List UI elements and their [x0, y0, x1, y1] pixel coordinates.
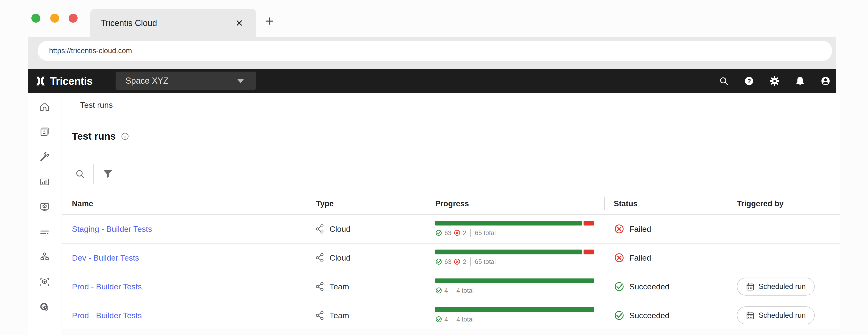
space-selector-label: Space XYZ: [125, 76, 168, 86]
progress-passed-segment: [435, 221, 582, 226]
type-label: Cloud: [330, 224, 350, 234]
status-label: Succeeded: [629, 311, 670, 320]
header-divider: [426, 197, 426, 210]
progress-cell: 63 2 65 total: [435, 250, 594, 266]
scheduled-run-button[interactable]: Scheduled run: [737, 306, 815, 324]
total-count: 65 total: [475, 229, 496, 236]
stats-divider: [470, 229, 471, 237]
share-icon: [315, 281, 325, 292]
passed-count: 4: [444, 287, 448, 294]
header-divider: [307, 197, 307, 210]
table-row[interactable]: Prod - Builder Tests Team: [62, 272, 840, 301]
browser-toolbar: https://tricentis-cloud.com: [28, 37, 836, 69]
notifications-icon[interactable]: [795, 76, 805, 86]
calendar-icon: [746, 282, 755, 291]
sidebar-item-test-cases[interactable]: [39, 126, 50, 138]
failed-icon: [614, 252, 625, 263]
url-bar[interactable]: https://tricentis-cloud.com: [38, 40, 832, 61]
traffic-light-green[interactable]: [31, 14, 40, 23]
failed-count: 2: [463, 229, 466, 236]
succeeded-icon: [614, 310, 625, 321]
passed-check-icon: [435, 258, 442, 265]
new-tab-icon[interactable]: +: [266, 12, 274, 29]
scheduled-run-button[interactable]: Scheduled run: [737, 278, 815, 296]
progress-cell: 63 2 65 total: [435, 221, 594, 237]
table-toolbar: [62, 156, 840, 193]
sidebar-item-hierarchy[interactable]: [39, 251, 50, 263]
passed-count: 4: [444, 316, 448, 323]
progress-passed-segment: [435, 307, 594, 312]
toolbar-divider: [93, 164, 94, 184]
account-icon[interactable]: [820, 76, 831, 86]
sidebar-item-test-runs[interactable]: [39, 226, 50, 238]
progress-cell: 4 4 total: [435, 279, 594, 295]
table-row[interactable]: Dev - Builder Tests Cloud: [62, 244, 840, 272]
sidebar-item-cube-focus[interactable]: [39, 276, 50, 288]
passed-check-icon: [435, 229, 442, 236]
brand-name: Tricentis: [50, 75, 92, 87]
search-icon[interactable]: [75, 169, 85, 179]
column-header-progress: Progress: [435, 199, 469, 208]
sidebar-item-execution[interactable]: [39, 201, 50, 213]
test-run-link[interactable]: Prod - Builder Tests: [72, 311, 142, 320]
space-selector[interactable]: Space XYZ: [116, 72, 256, 90]
scheduled-run-label: Scheduled run: [758, 282, 806, 291]
total-count: 4 total: [456, 316, 474, 323]
status-label: Failed: [629, 253, 651, 262]
close-tab-icon[interactable]: ✕: [235, 18, 243, 29]
traffic-light-orange[interactable]: [50, 14, 59, 23]
table-header: Name Type Progress Status Triggered by: [62, 193, 840, 215]
succeeded-icon: [614, 281, 625, 292]
tab-title: Tricentis Cloud: [101, 18, 157, 28]
column-header-name: Name: [72, 199, 93, 208]
sidebar-item-tools[interactable]: [39, 151, 50, 163]
filter-icon[interactable]: [102, 169, 113, 179]
header-divider: [604, 197, 605, 210]
sidebar-item-reports[interactable]: [39, 176, 50, 188]
progress-failed-segment: [584, 250, 594, 254]
url-text: https://tricentis-cloud.com: [49, 47, 132, 55]
calendar-icon: [746, 311, 755, 320]
info-icon[interactable]: [121, 132, 129, 140]
failed-count: 2: [463, 258, 466, 265]
progress-bar: [435, 221, 594, 226]
type-label: Team: [330, 282, 349, 291]
test-run-link[interactable]: Staging - Builder Tests: [72, 224, 152, 234]
passed-check-icon: [435, 316, 442, 323]
stats-divider: [452, 286, 453, 295]
column-header-triggered-by: Triggered by: [737, 199, 783, 208]
total-count: 4 total: [456, 287, 474, 294]
tricentis-logo-icon: [34, 75, 47, 87]
header-divider: [728, 197, 728, 210]
table-row[interactable]: Staging - Builder Tests Cloud: [62, 215, 840, 244]
status-label: Failed: [629, 224, 651, 234]
help-icon[interactable]: ?: [744, 76, 754, 86]
progress-failed-segment: [584, 221, 594, 226]
sidebar-item-home[interactable]: [39, 101, 50, 112]
browser-tab[interactable]: Tricentis Cloud ✕: [90, 9, 256, 37]
chevron-down-icon: [238, 79, 244, 83]
traffic-light-red[interactable]: [69, 14, 78, 23]
column-header-status: Status: [614, 199, 638, 208]
passed-check-icon: [435, 287, 442, 294]
test-run-link[interactable]: Dev - Builder Tests: [72, 253, 139, 262]
breadcrumb[interactable]: Test runs: [80, 101, 113, 110]
breadcrumb-bar: Test runs: [62, 93, 840, 117]
type-label: Team: [330, 311, 349, 320]
stats-divider: [470, 257, 471, 266]
table-body: Staging - Builder Tests Cloud: [62, 215, 840, 330]
test-run-link[interactable]: Prod - Builder Tests: [72, 282, 142, 291]
main-content: Test runs Test runs Name Type Progress S…: [62, 93, 840, 330]
settings-icon[interactable]: [769, 76, 780, 86]
failed-x-icon: [454, 229, 461, 236]
progress-bar: [435, 250, 594, 254]
table-row[interactable]: Prod - Builder Tests Team: [62, 301, 840, 330]
home-icon: [41, 103, 49, 111]
share-icon: [315, 253, 325, 263]
progress-bar: [435, 279, 594, 283]
search-icon[interactable]: [719, 76, 729, 86]
failed-icon: [614, 223, 625, 234]
failed-x-icon: [454, 258, 461, 265]
column-header-type: Type: [316, 199, 334, 208]
sidebar-item-automation[interactable]: [39, 302, 50, 313]
